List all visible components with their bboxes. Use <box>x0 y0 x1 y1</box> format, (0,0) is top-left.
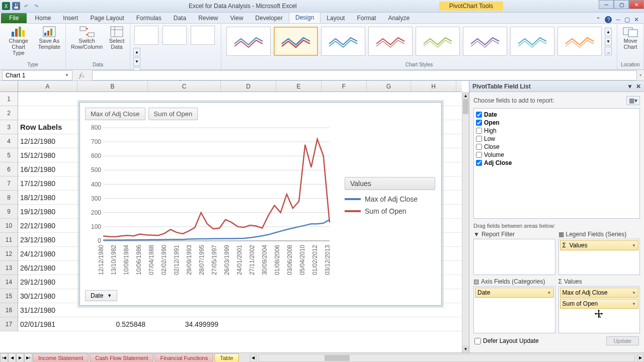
column-header-g[interactable]: G <box>367 81 411 92</box>
cell[interactable]: 18/12/1980 <box>18 191 77 204</box>
mdi-minimize-icon[interactable]: ─ <box>616 16 620 23</box>
hscroll-right-button[interactable]: ▶ <box>637 354 644 362</box>
cell[interactable]: 12/12/1980 <box>18 134 77 148</box>
tab-data[interactable]: Data <box>168 13 192 23</box>
column-header-d[interactable]: D <box>221 81 276 92</box>
field-volume[interactable]: Volume <box>476 151 637 159</box>
row-header-12[interactable]: 12 <box>0 247 18 261</box>
row-header-4[interactable]: 4 <box>0 134 18 148</box>
layouts-down-button[interactable]: ▼ <box>133 57 140 66</box>
column-header-e[interactable]: E <box>276 81 321 92</box>
column-header-c[interactable]: C <box>148 81 221 92</box>
row-header-9[interactable]: 9 <box>0 205 18 219</box>
scroll-down-button[interactable]: ▼ <box>462 345 469 352</box>
report-filter-area[interactable]: ▼Report Filter <box>473 231 555 275</box>
formula-input[interactable] <box>92 70 637 80</box>
close-button[interactable]: ✕ <box>629 0 644 9</box>
mdi-restore-icon[interactable]: ▢ <box>624 16 630 23</box>
row-header-8[interactable]: 8 <box>0 191 18 205</box>
redo-icon[interactable]: ↷ <box>32 2 40 10</box>
defer-layout-checkbox[interactable]: Defer Layout Update <box>474 337 539 344</box>
chart-style-1[interactable] <box>226 27 271 56</box>
row-header-15[interactable]: 15 <box>0 289 18 303</box>
chart-layout-3[interactable] <box>191 26 215 45</box>
chart-style-7[interactable] <box>510 27 554 56</box>
horizontal-scrollbar[interactable] <box>259 354 635 362</box>
column-header-a[interactable]: A <box>18 81 77 92</box>
column-header-f[interactable]: F <box>321 81 367 92</box>
row-header-3[interactable]: 3 <box>0 120 18 134</box>
change-chart-type-button[interactable]: Change Chart Type <box>3 25 34 57</box>
minimize-button[interactable]: ─ <box>599 0 614 9</box>
cell[interactable]: 26/12/1980 <box>18 261 77 275</box>
insert-function-icon[interactable]: ⨍ₓ <box>78 72 84 79</box>
legend-fields-area[interactable]: ▦Legend Fields (Series) Σ Values▼ <box>558 231 640 275</box>
chart-style-5[interactable] <box>416 27 460 56</box>
row-header-6[interactable]: 6 <box>0 162 18 176</box>
chart-style-4[interactable] <box>368 27 413 56</box>
sheet-nav-next[interactable]: ▶ <box>16 353 24 363</box>
cell[interactable]: 0.525848 <box>77 317 148 331</box>
cell[interactable] <box>18 92 77 106</box>
column-header-b[interactable]: B <box>77 81 148 92</box>
chart-button-sum-open[interactable]: Sum of Open <box>148 108 198 120</box>
field-close[interactable]: Close <box>476 143 637 151</box>
cell[interactable] <box>221 317 276 331</box>
sheet-tab-financial-functions[interactable]: Financial Functions <box>154 353 213 363</box>
cell[interactable]: 16/12/1980 <box>18 162 77 176</box>
chart-button-max-adj-close[interactable]: Max of Adj Close <box>85 108 145 120</box>
values-field-max-adj-close[interactable]: Max of Adj Close▼ <box>560 288 639 298</box>
row-header-16[interactable]: 16 <box>0 303 18 317</box>
chart-layout-1[interactable] <box>134 26 158 45</box>
row-header-1[interactable]: 1 <box>0 92 18 106</box>
row-header-2[interactable]: 2 <box>0 106 18 120</box>
cell[interactable]: 22/12/1980 <box>18 219 77 232</box>
field-open[interactable]: Open <box>476 119 637 127</box>
cell[interactable] <box>411 317 456 331</box>
tab-page-layout[interactable]: Page Layout <box>84 13 130 23</box>
chart-legend[interactable]: Values Max of Adj Close Sum of Open <box>345 177 435 219</box>
cell[interactable]: 15/12/1980 <box>18 148 77 162</box>
update-button[interactable]: Update <box>606 336 639 345</box>
cell[interactable]: 30/12/1980 <box>18 289 77 303</box>
tab-format[interactable]: Format <box>351 13 382 23</box>
cell[interactable]: 17/12/1980 <box>18 176 77 190</box>
tab-view[interactable]: View <box>224 13 250 23</box>
undo-icon[interactable]: ↶ <box>22 2 30 10</box>
chart-layout-2[interactable] <box>163 26 187 45</box>
styles-more-button[interactable]: ⎯ <box>605 47 612 55</box>
chart-style-2[interactable] <box>274 27 318 56</box>
name-box-dropdown-icon[interactable]: ▼ <box>65 73 69 77</box>
field-date[interactable]: Date <box>476 111 637 119</box>
field-pane-close-icon[interactable]: ✕ <box>636 83 641 90</box>
styles-up-button[interactable]: ▲ <box>605 28 612 36</box>
values-area[interactable]: ΣValues Max of Adj Close▼ Sum of Open▼ <box>558 278 640 333</box>
chart-style-8[interactable] <box>557 27 602 56</box>
switch-row-column-button[interactable]: Switch Row/Column <box>69 25 105 51</box>
row-header-13[interactable]: 13 <box>0 261 18 275</box>
tab-design[interactable]: Design <box>289 12 320 23</box>
select-data-button[interactable]: Select Data <box>107 25 127 51</box>
save-icon[interactable]: 💾 <box>12 2 20 10</box>
styles-down-button[interactable]: ▼ <box>605 37 612 46</box>
cell[interactable]: Row Labels <box>18 120 77 134</box>
mdi-close-icon[interactable]: ✕ <box>634 16 639 23</box>
chart-style-3[interactable] <box>321 27 365 56</box>
cell[interactable]: 34.499999 <box>148 317 221 331</box>
field-high[interactable]: High <box>476 127 637 135</box>
cell[interactable]: 31/12/1980 <box>18 303 77 317</box>
chart-style-6[interactable] <box>463 27 507 56</box>
formula-expand-icon[interactable]: ▾ <box>637 73 644 77</box>
cell[interactable] <box>18 106 77 120</box>
cell[interactable]: 19/12/1980 <box>18 205 77 218</box>
vertical-scrollbar[interactable]: ▲ ▼ <box>462 92 469 352</box>
field-adj-close[interactable]: Adj Close <box>476 159 637 167</box>
row-header-5[interactable]: 5 <box>0 148 18 162</box>
sheet-nav-last[interactable]: ▶I <box>24 353 32 363</box>
sheet-nav-prev[interactable]: ◀ <box>8 353 16 363</box>
axis-field-date[interactable]: Date▼ <box>475 288 554 298</box>
tab-layout[interactable]: Layout <box>320 13 351 23</box>
sheet-tab-cash-flow[interactable]: Cash Flow Statement <box>90 353 153 363</box>
sheet-tab-table[interactable]: Table <box>214 353 238 363</box>
minimize-ribbon-icon[interactable]: ⌃ <box>596 16 601 23</box>
